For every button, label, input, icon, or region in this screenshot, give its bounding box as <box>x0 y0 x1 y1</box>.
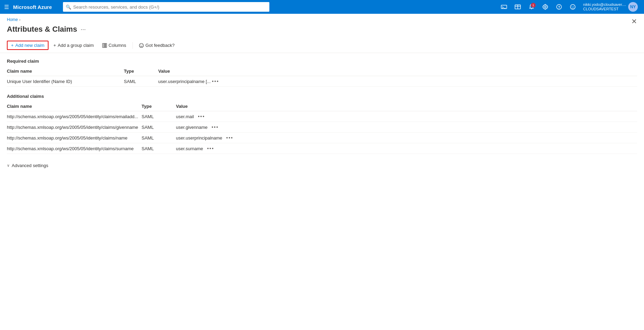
additional-claim-more-button-0[interactable]: ••• <box>198 114 205 119</box>
avatar: NY <box>628 2 638 12</box>
advanced-settings-toggle[interactable]: ∨ Advanced settings <box>7 161 637 170</box>
col-header-value-required: Value <box>158 66 637 76</box>
required-claim-type: SAML <box>124 76 158 87</box>
col-header-value-additional: Value <box>176 102 637 111</box>
required-claim-more-button[interactable]: ••• <box>212 79 219 84</box>
col-header-type-required: Type <box>124 66 158 76</box>
feedback-icon[interactable] <box>567 1 578 12</box>
page-title: Attributes & Claims <box>7 25 77 34</box>
additional-claim-value-2: user.userprincipalname ••• <box>176 133 637 143</box>
user-text: nikki.yodo@cloudsaver.... CLOUDSAVERTEST <box>583 2 626 11</box>
user-profile[interactable]: nikki.yodo@cloudsaver.... CLOUDSAVERTEST… <box>581 2 640 12</box>
svg-point-6 <box>545 6 546 8</box>
breadcrumb-separator: › <box>19 18 20 22</box>
col-header-name-required: Claim name <box>7 66 124 76</box>
table-row[interactable]: http://schemas.xmlsoap.org/ws/2005/05/id… <box>7 143 637 154</box>
additional-claim-value-3: user.surname ••• <box>176 143 637 154</box>
col-header-type-additional: Type <box>142 102 176 111</box>
directory-icon[interactable] <box>512 1 523 12</box>
additional-claim-value-0: user.mail ••• <box>176 111 637 122</box>
required-claims-table: Claim name Type Value Unique User Identi… <box>7 66 637 87</box>
notification-badge: 1 <box>531 3 536 8</box>
table-row[interactable]: http://schemas.xmlsoap.org/ws/2005/05/id… <box>7 122 637 133</box>
additional-claim-type-2: SAML <box>142 133 176 143</box>
additional-claim-more-button-3[interactable]: ••• <box>207 146 214 151</box>
breadcrumb-home[interactable]: Home <box>7 17 18 22</box>
notifications-icon[interactable]: 1 <box>526 1 537 12</box>
additional-claim-name-0: http://schemas.xmlsoap.org/ws/2005/05/id… <box>7 111 142 122</box>
additional-claim-name-1: http://schemas.xmlsoap.org/ws/2005/05/id… <box>7 122 142 133</box>
svg-rect-13 <box>104 43 105 48</box>
svg-rect-14 <box>106 43 107 48</box>
additional-claims-heading: Additional claims <box>7 94 637 99</box>
content-area: Required claim Claim name Type Value Uni… <box>0 53 644 176</box>
add-new-claim-label: Add new claim <box>15 43 45 48</box>
required-claim-name: Unique User Identifier (Name ID) <box>7 76 124 87</box>
search-icon: 🔍 <box>66 4 71 10</box>
cloud-shell-icon[interactable] <box>498 1 509 12</box>
hamburger-menu-icon[interactable]: ☰ <box>4 4 9 10</box>
svg-rect-12 <box>103 43 104 48</box>
table-row[interactable]: http://schemas.xmlsoap.org/ws/2005/05/id… <box>7 133 637 143</box>
add-new-claim-button[interactable]: + Add new claim <box>7 41 49 50</box>
page-more-icon[interactable]: ··· <box>80 26 86 33</box>
feedback-label: Got feedback? <box>146 43 175 48</box>
additional-claims-table: Claim name Type Value http://schemas.xml… <box>7 102 637 154</box>
additional-claim-value-1: user.givenname ••• <box>176 122 637 133</box>
col-header-name-additional: Claim name <box>7 102 142 111</box>
svg-point-15 <box>139 43 143 48</box>
table-row[interactable]: Unique User Identifier (Name ID) SAML us… <box>7 76 637 87</box>
additional-claims-header-row: Claim name Type Value <box>7 102 637 111</box>
additional-claim-more-button-2[interactable]: ••• <box>226 135 234 141</box>
toolbar-separator <box>132 42 133 49</box>
additional-claim-type-3: SAML <box>142 143 176 154</box>
main-panel: Home › Attributes & Claims ··· ✕ + Add n… <box>0 14 644 330</box>
add-group-claim-label: Add a group claim <box>58 43 94 48</box>
svg-point-17 <box>142 44 142 45</box>
columns-label: Columns <box>109 43 126 48</box>
topnav-right-actions: 1 ? nikki.yodo@cloudsaver.... CLOUDSAVER… <box>498 1 640 12</box>
additional-claim-name-3: http://schemas.xmlsoap.org/ws/2005/05/id… <box>7 143 142 154</box>
feedback-btn-icon <box>139 43 144 48</box>
add-group-icon: + <box>53 43 56 48</box>
table-row[interactable]: http://schemas.xmlsoap.org/ws/2005/05/id… <box>7 111 637 122</box>
advanced-settings-label: Advanced settings <box>12 163 48 168</box>
settings-icon[interactable] <box>540 1 551 12</box>
required-claim-heading: Required claim <box>7 59 637 64</box>
svg-point-11 <box>573 6 574 7</box>
feedback-button[interactable]: Got feedback? <box>136 41 178 49</box>
svg-text:?: ? <box>558 6 560 9</box>
additional-claim-type-1: SAML <box>142 122 176 133</box>
close-icon[interactable]: ✕ <box>631 17 637 25</box>
svg-point-16 <box>140 44 141 45</box>
columns-icon <box>102 43 107 48</box>
toolbar: + Add new claim + Add a group claim Colu… <box>0 38 644 53</box>
add-icon: + <box>11 43 14 48</box>
breadcrumb: Home › <box>0 14 644 23</box>
required-claims-header-row: Claim name Type Value <box>7 66 637 76</box>
add-group-claim-button[interactable]: + Add a group claim <box>50 41 97 49</box>
azure-logo-title: Microsoft Azure <box>13 4 52 10</box>
topnav: ☰ Microsoft Azure 🔍 1 ? nikki.yodo@cloud… <box>0 0 644 14</box>
page-header: Attributes & Claims ··· ✕ <box>0 23 644 38</box>
svg-point-10 <box>572 6 572 7</box>
search-bar: 🔍 <box>63 2 269 12</box>
additional-claim-type-0: SAML <box>142 111 176 122</box>
svg-point-9 <box>570 4 575 9</box>
search-input[interactable] <box>63 2 269 12</box>
columns-button[interactable]: Columns <box>99 41 130 49</box>
additional-claim-name-2: http://schemas.xmlsoap.org/ws/2005/05/id… <box>7 133 142 143</box>
chevron-down-icon: ∨ <box>7 163 10 168</box>
help-icon[interactable]: ? <box>554 1 565 12</box>
required-claim-value: user.userprincipalname [... ••• <box>158 76 637 87</box>
additional-claim-more-button-1[interactable]: ••• <box>212 124 219 130</box>
